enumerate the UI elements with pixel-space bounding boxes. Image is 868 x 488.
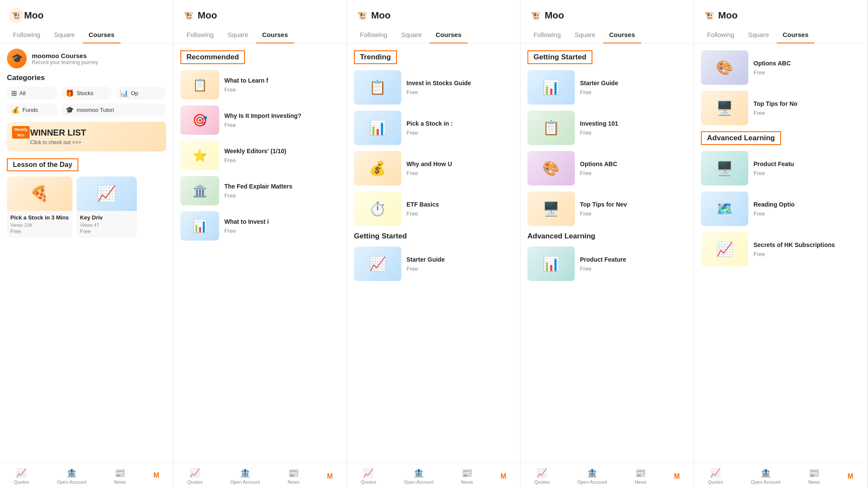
cat-all[interactable]: ⊞ All [7, 86, 58, 100]
user-name: moomoo Courses [32, 52, 98, 59]
bottom-quotes-3[interactable]: 📈 Quotes [356, 466, 381, 486]
moo-tab-icon-4: M [674, 473, 680, 480]
bottom-news-1[interactable]: 📰 News [109, 466, 131, 486]
user-subtitle: Record your learning journey [32, 59, 98, 65]
lesson-price-0: Free [10, 229, 69, 235]
bottom-moo-1[interactable]: M [149, 470, 164, 482]
tab-following-2[interactable]: Following [180, 27, 220, 43]
panel-1: 🐮 Moo Following Square Courses 🎓 moomoo … [0, 0, 174, 488]
course-thumb-2-2: ⭐ [180, 141, 219, 170]
course-card-5-3[interactable]: 🗺️ Reading Optio Free [701, 191, 860, 226]
bottom-open-account-1[interactable]: 🏦 Open Account [52, 466, 92, 486]
course-title-3-0: Invest in Stocks Guide [406, 79, 513, 87]
bottom-moo-3[interactable]: M [496, 471, 512, 482]
news-label-5: News [808, 479, 820, 485]
course-price-2-4: Free [224, 228, 340, 234]
course-card-5-1[interactable]: 🖥️ Top Tips for No Free [701, 91, 860, 125]
bottom-open-account-4[interactable]: 🏦 Open Account [572, 466, 612, 486]
course-thumb-5-1: 🖥️ [701, 91, 748, 125]
course-thumb-3-3: ⏱️ [354, 191, 401, 226]
bottom-open-account-3[interactable]: 🏦 Open Account [399, 466, 439, 486]
tab-courses-1[interactable]: Courses [83, 27, 121, 43]
bottom-quotes-2[interactable]: 📈 Quotes [182, 466, 208, 486]
course-card-3-0[interactable]: 📋 Invest in Stocks Guide Free [354, 70, 513, 105]
course-card-2-4[interactable]: 📊 What to Invest i Free [180, 211, 340, 241]
bottom-quotes-4[interactable]: 📈 Quotes [529, 466, 555, 486]
header-5: 🐮 Moo [694, 0, 867, 27]
course-card-2-2[interactable]: ⭐ Weekly Editors' (1/10) Free [180, 141, 340, 170]
cat-options[interactable]: 📊 Op [115, 86, 166, 100]
course-title-4-0: Starter Guide [580, 79, 687, 87]
course-card-5-0[interactable]: 🎨 Options ABC Free [701, 50, 860, 85]
bottom-moo-5[interactable]: M [843, 471, 859, 482]
course-card-2-3[interactable]: 🏛️ The Fed Explair Matters Free [180, 176, 340, 205]
course-card-4-3[interactable]: 🖥️ Top Tips for Nev Free [527, 191, 687, 226]
bottom-open-account-2[interactable]: 🏦 Open Account [225, 466, 265, 486]
quotes-icon-3: 📈 [363, 468, 374, 478]
tab-square-1[interactable]: Square [48, 27, 81, 43]
cat-moomoo[interactable]: 🎓 moomoo Tutori [61, 103, 166, 117]
course-card-4-0[interactable]: 📊 Starter Guide Free [527, 70, 687, 105]
news-icon-5: 📰 [809, 468, 819, 478]
bottom-news-4[interactable]: 📰 News [629, 466, 652, 486]
tab-courses-2[interactable]: Courses [256, 27, 294, 43]
panel-4: 🐮 Moo Following Square Courses Getting S… [521, 0, 694, 488]
course-price-2-1: Free [224, 122, 340, 128]
tab-square-2[interactable]: Square [221, 27, 254, 43]
tab-square-3[interactable]: Square [395, 27, 428, 43]
user-profile[interactable]: 🎓 moomoo Courses Record your learning jo… [0, 43, 173, 74]
tab-courses-3[interactable]: Courses [430, 27, 468, 43]
lesson-views-1: Views 47 [80, 222, 133, 228]
nav-tabs-2: Following Square Courses [174, 27, 347, 43]
course-card-3-2[interactable]: 💰 Why and How U Free [354, 151, 513, 185]
tab-square-5[interactable]: Square [742, 27, 775, 43]
bottom-open-account-5[interactable]: 🏦 Open Account [746, 466, 786, 486]
course-card-5-2[interactable]: 🖥️ Product Featu Free [701, 151, 860, 185]
course-thumb-3-2: 💰 [354, 151, 401, 185]
lesson-thumb-0: 🍕 [7, 176, 72, 211]
bottom-news-5[interactable]: 📰 News [803, 466, 825, 486]
moo-tab-icon-1: M [154, 472, 159, 479]
tab-following-4[interactable]: Following [527, 27, 567, 43]
course-price-3-4: Free [406, 266, 513, 272]
bottom-moo-4[interactable]: M [669, 471, 685, 482]
cat-stocks[interactable]: 🎁 Stocks [61, 86, 112, 100]
tab-square-4[interactable]: Square [568, 27, 601, 43]
course-card-5-4[interactable]: 📈 Secrets of HK Subscriptions Free [701, 232, 860, 266]
quotes-label-2: Quotes [187, 479, 202, 485]
course-price-2-3: Free [224, 192, 340, 199]
course-title-5-2: Product Featu [753, 160, 860, 168]
course-card-4-1[interactable]: 📋 Investing 101 Free [527, 111, 687, 145]
course-thumb-3-1: 📊 [354, 111, 401, 145]
course-card-3-3[interactable]: ⏱️ ETF Basics Free [354, 191, 513, 226]
lesson-card-1[interactable]: 📈 Key Driv Views 47 Free [77, 176, 137, 238]
lesson-header: Lesson of the Day [7, 158, 78, 171]
tab-courses-5[interactable]: Courses [777, 27, 815, 43]
bottom-news-2[interactable]: 📰 News [282, 466, 305, 486]
bottom-quotes-5[interactable]: 📈 Quotes [703, 466, 728, 486]
tab-following-1[interactable]: Following [7, 27, 46, 43]
course-thumb-5-2: 🖥️ [701, 151, 748, 185]
news-label-2: News [288, 479, 300, 485]
categories-title: Categories [0, 74, 173, 86]
tab-following-3[interactable]: Following [354, 27, 393, 43]
course-card-4-2[interactable]: 🎨 Options ABC Free [527, 151, 687, 185]
winner-banner[interactable]: Weekly Win WINNER LIST Click to check ou… [7, 122, 166, 151]
funds-icon: 💰 [11, 106, 20, 114]
open-account-icon-2: 🏦 [240, 468, 251, 478]
bottom-moo-2[interactable]: M [322, 471, 338, 482]
course-card-3-1[interactable]: 📊 Pick a Stock in : Free [354, 111, 513, 145]
moo-tab-icon-3: M [501, 473, 506, 480]
course-card-3-4[interactable]: 📈 Starter Guide Free [354, 247, 513, 281]
course-card-2-0[interactable]: 📋 What to Learn f Free [180, 70, 340, 99]
tab-following-5[interactable]: Following [701, 27, 740, 43]
moo-logo-icon: 🐮 [9, 8, 24, 23]
course-price-2-0: Free [224, 86, 340, 93]
course-card-2-1[interactable]: 🎯 Why Is It Import Investing? Free [180, 105, 340, 135]
bottom-quotes-1[interactable]: 📈 Quotes [9, 466, 34, 486]
tab-courses-4[interactable]: Courses [603, 27, 641, 43]
course-card-4-4[interactable]: 📊 Product Feature Free [527, 247, 687, 281]
lesson-card-0[interactable]: 🍕 Pick a Stock in 3 Mins Views 23K Free [7, 176, 72, 238]
cat-funds[interactable]: 💰 Funds [7, 103, 58, 117]
bottom-news-3[interactable]: 📰 News [456, 466, 478, 486]
